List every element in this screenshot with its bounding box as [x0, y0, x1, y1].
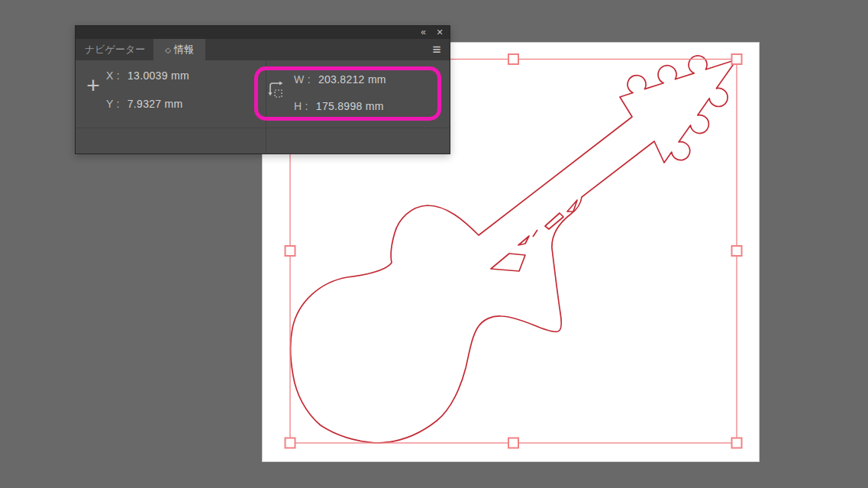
tab-navigator[interactable]: ナビゲーター	[85, 39, 145, 60]
guitar-detail-dash[interactable]	[533, 230, 537, 237]
width-value: 203.8212 mm	[318, 73, 386, 86]
y-position-row: Y :7.9327 mm	[106, 98, 183, 110]
dimensions-icon	[268, 81, 286, 104]
illustrator-workspace: { "panel": { "icons": { "collapse": "«",…	[0, 0, 868, 488]
x-label: X :	[106, 69, 120, 82]
crosshair-icon: +	[83, 76, 103, 95]
width-row: W :203.8212 mm	[294, 73, 386, 86]
guitar-tailpiece-path[interactable]	[491, 254, 525, 271]
y-label: Y :	[106, 98, 120, 110]
collapse-panel-icon[interactable]: «	[415, 26, 431, 39]
selection-handle-middle-right[interactable]	[732, 246, 742, 256]
selection-handle-bottom-right[interactable]	[732, 438, 742, 448]
selection-handle-top-middle[interactable]	[508, 54, 518, 64]
width-label: W :	[294, 73, 311, 86]
panel-divider-vertical	[266, 60, 266, 154]
panel-menu-icon[interactable]: ≡	[430, 44, 444, 56]
tab-state-icon: ◇	[165, 46, 171, 54]
panel-titlebar[interactable]: « ✕	[76, 26, 450, 39]
panel-tab-bar: ナビゲーター ◇情報 ≡	[76, 39, 450, 60]
selection-handle-top-right[interactable]	[732, 54, 742, 64]
close-panel-icon[interactable]: ✕	[433, 26, 447, 39]
selection-handle-middle-left[interactable]	[286, 246, 295, 256]
selection-handle-bottom-middle[interactable]	[508, 438, 518, 448]
x-position-row: X :13.0039 mm	[106, 69, 189, 82]
selection-handle-bottom-left[interactable]	[286, 438, 295, 448]
info-panel-body: + X :13.0039 mm Y :7.9327 mm W :203.8212…	[76, 60, 450, 154]
info-panel: « ✕ ナビゲーター ◇情報 ≡ + X :13.0039 mm Y :7.93…	[75, 25, 450, 154]
guitar-bridge-path[interactable]	[545, 213, 563, 229]
panel-divider-horizontal	[76, 128, 450, 128]
tab-info-label: 情報	[174, 44, 194, 55]
height-value: 175.8998 mm	[316, 100, 384, 112]
x-value: 13.0039 mm	[127, 69, 189, 82]
guitar-detail-triangle-lower[interactable]	[518, 236, 529, 245]
tab-info[interactable]: ◇情報	[153, 39, 205, 60]
y-value: 7.9327 mm	[127, 98, 183, 110]
height-label: H :	[294, 100, 308, 112]
height-row: H :175.8998 mm	[294, 100, 384, 112]
